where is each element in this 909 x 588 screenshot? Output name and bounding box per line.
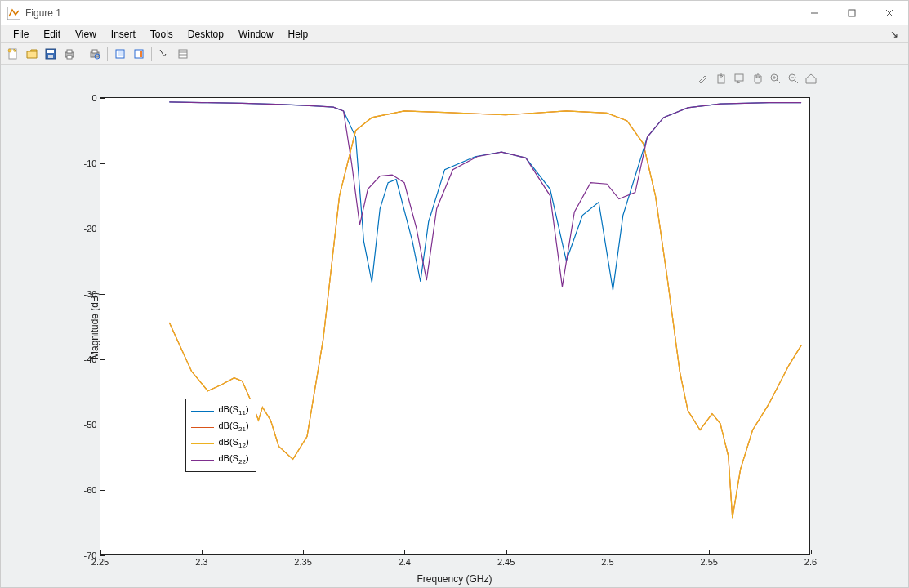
insert-colorbar-button[interactable]	[130, 45, 148, 63]
svg-rect-19	[140, 51, 142, 57]
axes[interactable]: dB(S11) dB(S21) dB(S12) dB(S22) Frequenc…	[100, 97, 810, 555]
svg-rect-8	[47, 50, 54, 53]
svg-line-26	[777, 80, 780, 83]
export-icon[interactable]	[714, 71, 729, 86]
maximize-button[interactable]	[833, 1, 871, 25]
legend-swatch	[191, 460, 214, 461]
print-preview-button[interactable]	[86, 45, 104, 63]
plot-lines	[100, 98, 809, 554]
save-button[interactable]	[42, 45, 60, 63]
brush-icon[interactable]	[696, 71, 711, 86]
figure-area: dB(S11) dB(S21) dB(S12) dB(S22) Frequenc…	[1, 65, 908, 587]
svg-point-6	[8, 49, 11, 52]
legend-entry-s11[interactable]: dB(S11)	[191, 403, 249, 419]
menu-view[interactable]: View	[68, 27, 104, 42]
svg-rect-9	[48, 55, 53, 58]
svg-rect-20	[179, 50, 187, 58]
titlebar: Figure 1	[1, 1, 908, 25]
legend-entry-s21[interactable]: dB(S21)	[191, 419, 249, 435]
toolbar-separator	[107, 47, 108, 61]
x-axis-label: Frequency (GHz)	[417, 573, 492, 585]
legend-swatch	[191, 411, 214, 412]
series-line[interactable]	[169, 111, 801, 518]
figure-window: Figure 1 File Edit View Insert Tools Des…	[0, 0, 909, 588]
legend-label: dB(S12)	[219, 437, 249, 449]
data-tips-icon[interactable]	[732, 71, 746, 86]
legend-label: dB(S22)	[219, 453, 249, 466]
toolbar-separator	[151, 47, 152, 61]
svg-rect-11	[67, 50, 72, 53]
svg-rect-17	[118, 51, 123, 56]
svg-rect-12	[67, 56, 72, 59]
toolbar-separator	[82, 47, 82, 61]
edit-plot-button[interactable]	[155, 45, 173, 63]
legend-swatch	[191, 427, 214, 428]
legend-label: dB(S21)	[219, 421, 249, 433]
zoom-out-icon[interactable]	[786, 71, 800, 86]
menubar: File Edit View Insert Tools Desktop Wind…	[1, 25, 908, 43]
docking-arrow-icon[interactable]: ↘	[890, 29, 903, 40]
legend-swatch	[191, 443, 214, 444]
menu-tools[interactable]: Tools	[143, 27, 180, 42]
matlab-figure-icon	[7, 7, 20, 20]
link-plot-button[interactable]	[111, 45, 129, 63]
series-line[interactable]	[169, 102, 801, 290]
axes-toolbar	[696, 71, 818, 86]
menu-desktop[interactable]: Desktop	[180, 27, 231, 42]
close-button[interactable]	[871, 1, 908, 25]
svg-line-30	[795, 80, 798, 83]
series-line[interactable]	[169, 102, 801, 287]
series-line[interactable]	[169, 111, 801, 518]
pan-icon[interactable]	[750, 71, 764, 86]
svg-rect-2	[849, 10, 855, 16]
restore-view-icon[interactable]	[804, 71, 818, 86]
menu-edit[interactable]: Edit	[36, 27, 68, 42]
menu-help[interactable]: Help	[281, 27, 316, 42]
menu-window[interactable]: Window	[231, 27, 281, 42]
figure-toolbar	[1, 43, 908, 65]
legend-entry-s22[interactable]: dB(S22)	[191, 452, 249, 468]
legend[interactable]: dB(S11) dB(S21) dB(S12) dB(S22)	[185, 399, 256, 472]
minimize-button[interactable]	[795, 1, 833, 25]
svg-rect-14	[92, 50, 97, 53]
new-figure-button[interactable]	[4, 45, 22, 63]
window-title: Figure 1	[25, 7, 61, 19]
print-button[interactable]	[60, 45, 78, 63]
open-property-inspector-button[interactable]	[174, 45, 192, 63]
zoom-in-icon[interactable]	[768, 71, 782, 86]
y-axis-label: Magnitude (dB)	[89, 292, 100, 359]
svg-rect-24	[735, 74, 743, 81]
open-button[interactable]	[23, 45, 41, 63]
legend-label: dB(S11)	[219, 404, 249, 416]
menu-insert[interactable]: Insert	[104, 27, 143, 42]
menu-file[interactable]: File	[6, 27, 36, 42]
legend-entry-s12[interactable]: dB(S12)	[191, 435, 249, 452]
